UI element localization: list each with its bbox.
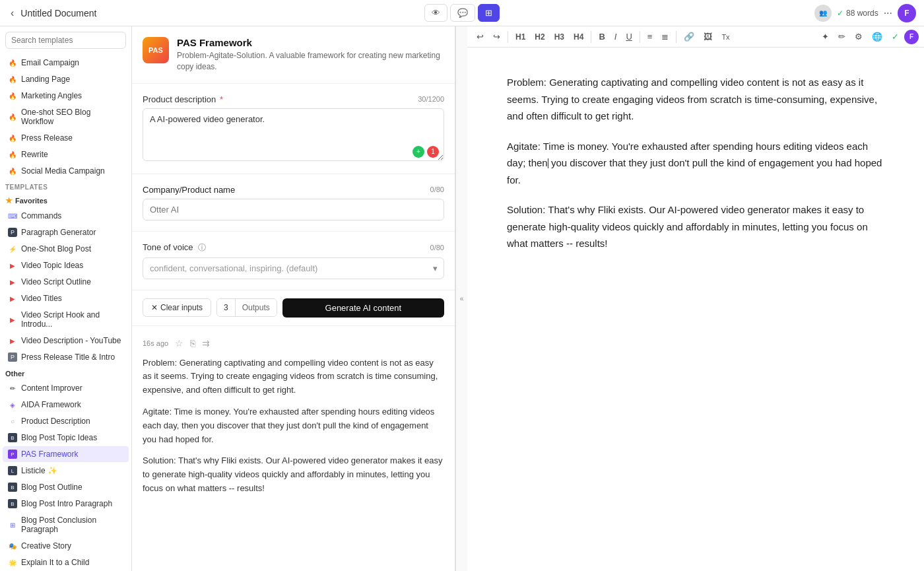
sidebar-item-product-description[interactable]: ○ Product Description (3, 413, 129, 429)
sidebar-item-one-shot-seo[interactable]: 🔥 One-shot SEO Blog Workflow (3, 104, 129, 129)
sidebar-item-video-script-hook[interactable]: ▶ Video Script Hook and Introdu... (3, 307, 129, 332)
heading4-button[interactable]: H4 (570, 30, 587, 44)
blog-icon: B (8, 433, 17, 442)
generate-button[interactable]: Generate AI content (282, 298, 444, 318)
sidebar-item-one-shot-blog[interactable]: ⚡ One-Shot Blog Post (3, 241, 129, 257)
sidebar-item-content-improver[interactable]: ✏ Content Improver (3, 380, 129, 396)
chat-view-button[interactable]: 💬 (450, 4, 475, 22)
settings-toolbar-button[interactable]: ⚙ (851, 29, 867, 44)
fire-icon: 🔥 (8, 75, 17, 84)
copy-result-button[interactable]: ⎘ (189, 337, 197, 350)
chat-icon: 💬 (457, 8, 468, 18)
sidebar-item-video-topic-ideas[interactable]: ▶ Video Topic Ideas (3, 257, 129, 273)
voice-char-count: 0/80 (430, 244, 444, 252)
fire-icon: 🔥 (8, 133, 17, 143)
heading3-button[interactable]: H3 (550, 30, 568, 44)
template-info: PAS Framework Problem-Agitate-Solution. … (177, 37, 444, 73)
link-button[interactable]: 🔗 (680, 29, 698, 44)
clear-inputs-button[interactable]: ✕ Clear inputs (143, 298, 211, 317)
company-name-input[interactable] (143, 199, 444, 220)
product-field-label: Product description * 30/1200 (143, 94, 444, 104)
undo-button[interactable]: ↩ (473, 29, 488, 44)
forward-result-button[interactable]: ⇉ (201, 337, 211, 350)
sidebar-item-listicle[interactable]: L Listicle ✨ (3, 463, 129, 479)
sidebar-item-marketing-angles[interactable]: 🔥 Marketing Angles (3, 88, 129, 104)
sidebar-item-landing-page[interactable]: 🔥 Landing Page (3, 71, 129, 87)
voice-field-label: Tone of voice ⓘ 0/80 (143, 242, 444, 253)
sidebar-item-creative-story[interactable]: 🎭 Creative Story (3, 538, 129, 554)
product-icon: ○ (8, 417, 17, 426)
sidebar-item-blog-post-intro[interactable]: B Blog Post Intro Paragraph (3, 496, 129, 512)
ordered-list-button[interactable]: ≡ (644, 29, 657, 44)
sidebar-item-email-campaign[interactable]: 🔥 Email Campaign (3, 55, 129, 71)
listicle-icon: L (8, 466, 17, 475)
sidebar-item-aida-framework[interactable]: ◈ AIDA Framework (3, 397, 129, 413)
user-profile-avatar[interactable]: F (898, 4, 916, 22)
editor-content[interactable]: Problem: Generating captivating and comp… (467, 48, 924, 571)
sidebar-item-video-titles[interactable]: ▶ Video Titles (3, 290, 129, 306)
editor-panel: ↩ ↪ H1 H2 H3 H4 B I U ≡ ≣ 🔗 🖼 Tx ✦ ✏ ⚙ 🌐… (467, 26, 924, 571)
check-toolbar-button[interactable]: ✓ (888, 29, 903, 44)
fire-icon: 🔥 (8, 166, 17, 176)
magic-button[interactable]: ✦ (818, 29, 833, 44)
document-title: Untitled Document (20, 8, 96, 18)
avatar-group: 👥 (814, 5, 832, 22)
star-result-button[interactable]: ☆ (174, 337, 185, 350)
sidebar-item-press-release-title[interactable]: P Press Release Title & Intro (3, 349, 129, 365)
sidebar-item-pas-framework[interactable]: P PAS Framework (3, 446, 129, 462)
editor-user-avatar[interactable]: F (904, 30, 919, 44)
sidebar-item-blog-post-conclusion[interactable]: ⊞ Blog Post Conclusion Paragraph (3, 512, 129, 537)
layout-icon: ⊞ (485, 8, 492, 18)
fire-icon: 🔥 (8, 150, 17, 159)
favorites-list: ⌨ Commands P Paragraph Generator ⚡ One-S… (0, 207, 131, 366)
product-char-count: 30/1200 (418, 95, 444, 103)
pencil-toolbar-button[interactable]: ✏ (834, 29, 849, 44)
commands-icon: ⌨ (8, 211, 17, 220)
unordered-list-button[interactable]: ≣ (657, 29, 673, 44)
result-section: 16s ago ☆ ⎘ ⇉ Problem: Generating captiv… (132, 326, 455, 506)
clear-format-button[interactable]: Tx (717, 30, 733, 44)
outputs-selector: 3 Outputs (216, 298, 277, 317)
product-description-section: Product description * 30/1200 A AI-power… (132, 84, 455, 174)
aida-icon: ◈ (8, 400, 17, 409)
view-toggle: 👁 💬 ⊞ (424, 4, 500, 22)
sidebar-item-paragraph-generator[interactable]: P Paragraph Generator (3, 224, 129, 240)
bold-button[interactable]: B (595, 29, 609, 44)
sidebar-item-social-media[interactable]: 🔥 Social Media Campaign (3, 163, 129, 179)
sidebar-item-video-description-youtube[interactable]: ▶ Video Description - YouTube (3, 333, 129, 349)
search-input[interactable] (5, 32, 126, 49)
italic-button[interactable]: I (610, 29, 621, 44)
globe-toolbar-button[interactable]: 🌐 (868, 29, 886, 44)
collapse-panel[interactable]: « (455, 26, 467, 571)
product-textarea-wrapper: A AI-powered video generator. + 1 (143, 108, 444, 163)
tone-voice-select[interactable]: confident, conversational, inspiring. (d… (143, 257, 444, 279)
sidebar-item-video-script-outline[interactable]: ▶ Video Script Outline (3, 274, 129, 290)
more-options-button[interactable]: ··· (884, 7, 892, 19)
heading1-button[interactable]: H1 (512, 30, 529, 44)
textarea-badges: + 1 (412, 146, 439, 158)
word-count: ✓ 88 words (837, 9, 878, 18)
heading2-button[interactable]: H2 (531, 30, 548, 44)
fire-icon: 🔥 (8, 112, 17, 121)
back-button[interactable]: ‹ (8, 5, 16, 22)
toolbar-separator (508, 31, 508, 43)
sidebar-item-blog-post-topic-ideas[interactable]: B Blog Post Topic Ideas (3, 430, 129, 446)
preview-view-button[interactable]: 👁 (424, 4, 447, 22)
image-button[interactable]: 🖼 (700, 29, 716, 44)
sidebar-item-press-release[interactable]: 🔥 Press Release (3, 130, 129, 146)
template-title: PAS Framework (177, 37, 444, 48)
product-description-input[interactable]: A AI-powered video generator. (143, 108, 444, 161)
required-indicator: * (217, 94, 223, 104)
info-icon[interactable]: ⓘ (198, 243, 206, 252)
middle-panel: PAS PAS Framework Problem-Agitate-Soluti… (132, 26, 455, 571)
video-icon: ▶ (8, 261, 17, 270)
search-area (0, 26, 131, 54)
editor-paragraph-3: Solution: That's why Fliki exists. Our A… (507, 201, 884, 252)
sidebar-item-blog-post-outline[interactable]: B Blog Post Outline (3, 479, 129, 495)
redo-button[interactable]: ↪ (489, 29, 504, 44)
layout-view-button[interactable]: ⊞ (478, 4, 500, 22)
sidebar-item-explain-it[interactable]: 🌟 Explain It to a Child (3, 554, 129, 570)
sidebar-item-commands[interactable]: ⌨ Commands (3, 208, 129, 224)
sidebar-item-rewrite[interactable]: 🔥 Rewrite (3, 147, 129, 162)
underline-button[interactable]: U (622, 29, 636, 44)
